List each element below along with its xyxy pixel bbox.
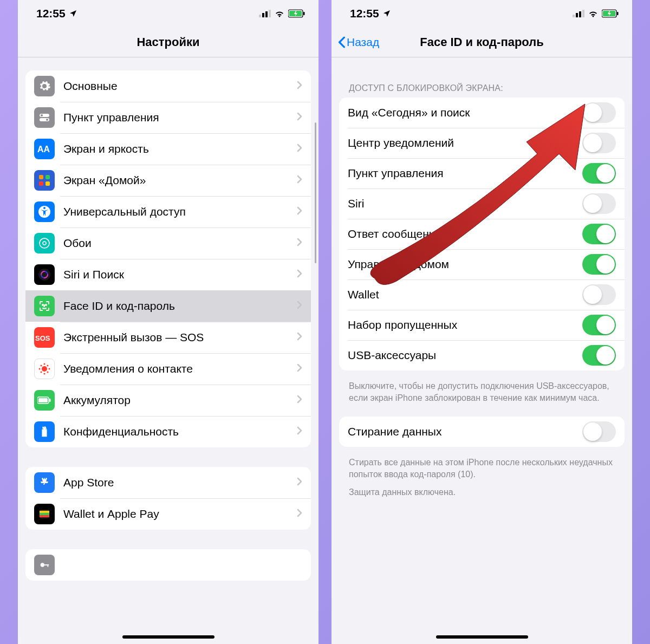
svg-point-27 <box>44 363 46 365</box>
toggle-label: Пункт управления <box>348 167 582 180</box>
chevron-right-icon <box>297 477 302 488</box>
toggle-switch[interactable] <box>582 315 616 335</box>
back-button[interactable]: Назад <box>338 36 379 49</box>
exposure-icon <box>34 359 55 379</box>
svg-point-29 <box>39 368 41 370</box>
toggle-switch[interactable] <box>582 345 616 366</box>
protection-note: Защита данных включена. <box>339 486 625 511</box>
chevron-right-icon <box>297 509 302 519</box>
list-item[interactable]: AAЭкран и яркость <box>25 133 311 165</box>
signal-icon <box>573 10 584 17</box>
battery-charging-icon <box>602 9 619 18</box>
toggle-switch[interactable] <box>582 102 616 123</box>
svg-point-9 <box>41 114 43 116</box>
toggle-label: Wallet <box>348 288 582 301</box>
toggle-switch[interactable] <box>582 193 616 214</box>
svg-text:AA: AA <box>37 145 50 154</box>
back-label: Назад <box>347 36 379 49</box>
toggle-row: Вид «Сегодня» и поиск <box>339 97 625 128</box>
list-item[interactable]: App Store <box>25 467 311 498</box>
list-item[interactable]: Wallet и Apple Pay <box>25 498 311 530</box>
toggle-row: Siri <box>339 188 625 219</box>
scrollbar[interactable] <box>315 122 316 263</box>
toggle-row: Управление домом <box>339 249 625 279</box>
settings-list[interactable]: ОсновныеПункт управленияAAЭкран и яркост… <box>18 57 318 644</box>
battery-icon <box>34 390 55 411</box>
location-icon <box>69 9 77 18</box>
battery-charging-icon <box>288 9 306 18</box>
row-label: Аккумулятор <box>63 394 297 407</box>
list-item[interactable]: Конфиденциальность <box>25 416 311 447</box>
chevron-right-icon <box>297 81 302 92</box>
list-item[interactable]: Обои <box>25 227 311 259</box>
row-label: Экран «Домой» <box>63 174 297 187</box>
list-item[interactable]: Siri и Поиск <box>25 259 311 290</box>
faceid-icon <box>34 296 55 316</box>
toggle-label: USB-аксессуары <box>348 349 582 362</box>
list-item[interactable]: SOSЭкстренный вызов — SOS <box>25 322 311 353</box>
list-item[interactable]: Основные <box>25 70 311 102</box>
list-item[interactable]: Универсальный доступ <box>25 196 311 227</box>
svg-point-19 <box>43 242 46 245</box>
row-label: Конфиденциальность <box>63 425 297 438</box>
svg-point-23 <box>42 304 43 305</box>
svg-rect-13 <box>46 175 50 179</box>
chevron-right-icon <box>297 175 302 186</box>
row-label: Face ID и код-пароль <box>63 300 297 313</box>
status-time: 12:55 <box>350 7 379 20</box>
wifi-icon <box>274 10 285 17</box>
svg-point-28 <box>44 373 46 375</box>
svg-point-42 <box>41 563 44 567</box>
privacy-icon <box>34 421 55 442</box>
svg-point-31 <box>41 365 42 367</box>
svg-rect-3 <box>269 10 271 17</box>
toggle-switch[interactable] <box>582 284 616 305</box>
svg-rect-6 <box>303 12 305 15</box>
list-item[interactable] <box>25 549 311 581</box>
row-label: Экстренный вызов — SOS <box>63 331 297 344</box>
list-item[interactable]: Пункт управления <box>25 102 311 133</box>
home-grid-icon <box>34 170 55 191</box>
toggle-label: Стирание данных <box>348 425 582 438</box>
toggle-row: Wallet <box>339 279 625 310</box>
home-indicator[interactable] <box>436 635 528 639</box>
list-item[interactable]: Уведомления о контакте <box>25 353 311 385</box>
list-item[interactable]: Аккумулятор <box>25 385 311 416</box>
toggle-row: Набор пропущенных <box>339 310 625 340</box>
page-title: Настройки <box>136 35 199 49</box>
row-label: Siri и Поиск <box>63 268 297 281</box>
usb-note: Выключите, чтобы не допустить подключени… <box>339 376 625 417</box>
passwords-icon <box>34 555 55 575</box>
toggle-switch[interactable] <box>582 133 616 153</box>
svg-point-32 <box>47 365 49 367</box>
home-indicator[interactable] <box>122 635 214 639</box>
accessibility-icon <box>34 201 55 222</box>
erase-data-toggle[interactable] <box>582 421 616 442</box>
svg-rect-41 <box>40 515 49 517</box>
list-item[interactable]: Экран «Домой» <box>25 165 311 196</box>
chevron-right-icon <box>297 332 302 343</box>
toggle-label: Вид «Сегодня» и поиск <box>348 106 582 119</box>
toggle-switch[interactable] <box>582 254 616 275</box>
row-label: Уведомления о контакте <box>63 362 297 375</box>
svg-rect-15 <box>46 181 50 186</box>
svg-point-10 <box>46 119 48 121</box>
svg-point-20 <box>38 269 50 281</box>
settings-screen: 12:55 Настройки ОсновныеПункт управления… <box>18 0 318 644</box>
erase-data-row: Стирание данных <box>339 417 625 447</box>
svg-rect-2 <box>265 11 268 17</box>
toggle-switch[interactable] <box>582 163 616 184</box>
svg-rect-14 <box>39 181 43 186</box>
faceid-screen: 12:55 Назад Face ID и код-пароль ДОСТУП … <box>332 0 632 644</box>
svg-point-26 <box>42 366 47 372</box>
faceid-content[interactable]: ДОСТУП С БЛОКИРОВКОЙ ЭКРАНА: Вид «Сегодн… <box>332 57 632 644</box>
chevron-right-icon <box>297 206 302 217</box>
list-item[interactable]: Face ID и код-пароль <box>25 290 311 322</box>
svg-rect-12 <box>39 175 43 179</box>
toggle-switch[interactable] <box>582 224 616 244</box>
svg-rect-44 <box>48 564 49 567</box>
svg-point-30 <box>49 368 50 370</box>
toggle-row: USB-аксессуары <box>339 340 625 370</box>
svg-point-33 <box>41 372 42 373</box>
wallet-icon <box>34 504 55 524</box>
